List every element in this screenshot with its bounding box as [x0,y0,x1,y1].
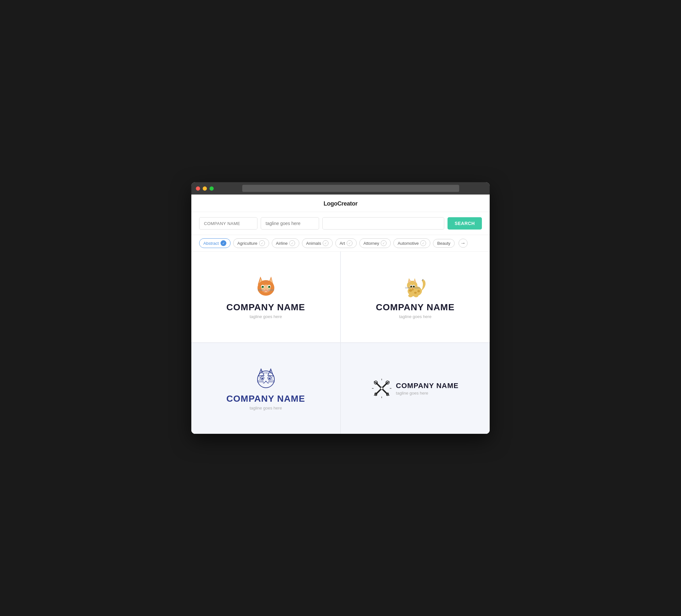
check-icon-airline: ✓ [289,240,295,246]
filter-chip-airline[interactable]: Airline ✓ [272,238,299,248]
svg-point-72 [380,387,383,390]
logo1-company-name: COMPANY NAME [226,302,305,312]
tiger-outline-icon [255,366,277,389]
logo-card-3[interactable]: COMPANY NAME tagline goes here [191,343,340,434]
url-bar[interactable] [242,185,459,192]
extra-input[interactable] [322,217,444,230]
logo-card-1[interactable]: COMPANY NAME tagline goes here [191,252,340,342]
filter-label-art: Art [339,241,345,246]
crossed-tools-icon [372,379,392,398]
search-button[interactable]: SEARCH [448,217,482,230]
svg-point-29 [410,286,412,288]
search-bar: SEARCH [191,212,490,235]
logo4-company-name: COMPANY NAME [396,382,458,390]
filter-label-automotive: Automotive [398,241,419,246]
filter-chip-beauty[interactable]: Beauty [433,239,454,248]
svg-point-38 [408,294,413,297]
filter-label-beauty: Beauty [437,241,450,246]
check-icon-agriculture: ✓ [259,240,265,246]
maximize-button[interactable] [209,186,214,190]
check-icon-attorney: ✓ [381,240,386,246]
filter-chip-animals[interactable]: Animals ✓ [302,238,333,248]
filter-more-button[interactable]: → [458,239,468,248]
svg-point-32 [413,286,414,287]
filter-label-airline: Airline [276,241,288,246]
logo-card-2[interactable]: COMPANY NAME tagline goes here [341,252,490,342]
orange-cat-icon [255,275,277,298]
logo2-tagline: tagline goes here [399,314,432,319]
svg-line-50 [257,381,263,381]
filter-chip-automotive[interactable]: Automotive ✓ [393,238,430,248]
check-icon-art: ✓ [347,240,353,246]
title-bar [191,182,490,195]
filter-chip-abstract[interactable]: Abstract ✓ [199,238,231,248]
svg-point-30 [413,286,415,288]
check-icon-abstract: ✓ [221,240,226,246]
logo4-text-group: COMPANY NAME tagline goes here [396,382,458,395]
svg-point-26 [412,288,414,290]
filter-label-agriculture: Agriculture [237,241,257,246]
svg-point-24 [414,292,417,294]
app-content: LogoCreator SEARCH Abstract ✓ Agricultur… [191,195,490,434]
logo2-company-name: COMPANY NAME [376,302,455,312]
logo-grid: COMPANY NAME tagline goes here [191,252,490,434]
check-icon-automotive: ✓ [420,240,426,246]
filter-chip-agriculture[interactable]: Agriculture ✓ [233,238,269,248]
spotted-cat-icon [402,275,428,298]
svg-line-56 [271,377,273,378]
filter-label-abstract: Abstract [203,241,219,246]
svg-line-52 [268,381,275,381]
tools-logo-wrapper: COMPANY NAME tagline goes here [372,379,458,398]
close-button[interactable] [196,186,200,190]
app-header: LogoCreator [191,195,490,212]
svg-point-31 [411,286,411,287]
svg-point-11 [269,286,270,287]
logo4-tagline: tagline goes here [396,391,458,395]
minimize-button[interactable] [203,186,207,190]
check-icon-animals: ✓ [323,240,328,246]
filter-chip-attorney[interactable]: Attorney ✓ [359,238,391,248]
tagline-input[interactable] [261,217,319,230]
svg-line-54 [259,377,261,378]
app-title: LogoCreator [324,200,358,207]
svg-point-10 [262,286,263,287]
svg-point-39 [414,294,418,297]
filter-label-animals: Animals [306,241,321,246]
filter-chip-art[interactable]: Art ✓ [335,238,357,248]
filter-label-attorney: Attorney [363,241,379,246]
logo3-tagline: tagline goes here [250,406,282,410]
svg-point-48 [269,378,270,379]
svg-point-23 [409,289,412,292]
svg-point-25 [418,290,420,292]
svg-marker-49 [265,381,267,382]
logo3-company-name: COMPANY NAME [226,393,305,404]
app-window: LogoCreator SEARCH Abstract ✓ Agricultur… [191,182,490,434]
company-name-input[interactable] [199,217,257,230]
logo-card-4[interactable]: COMPANY NAME tagline goes here [341,343,490,434]
filter-bar: Abstract ✓ Agriculture ✓ Airline ✓ Anima… [191,235,490,252]
svg-point-47 [261,378,263,379]
logo1-tagline: tagline goes here [250,314,282,319]
